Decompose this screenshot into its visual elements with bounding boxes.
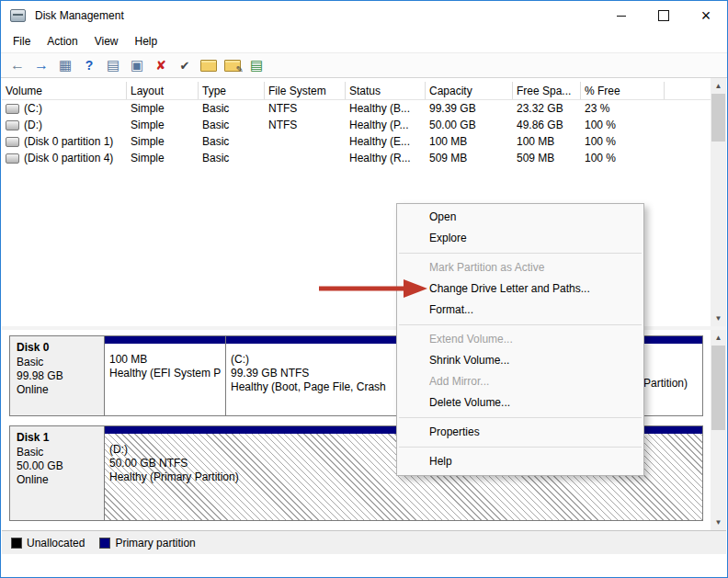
column-header-file-system[interactable]: File System <box>265 82 346 99</box>
type-value: Basic <box>202 119 229 131</box>
legend-label: Unallocated <box>27 537 85 550</box>
context-menu: OpenExploreMark Partition as ActiveChang… <box>396 203 644 476</box>
disk-info: Basic99.98 GBOnline <box>17 356 97 397</box>
menu-item-change-drive-letter-and-paths[interactable]: Change Drive Letter and Paths... <box>397 278 643 300</box>
partition[interactable]: 100 MBHealthy (EFI System P <box>104 335 226 416</box>
scroll-down-icon[interactable] <box>711 515 726 530</box>
disk-info-line: Online <box>17 383 97 397</box>
disk-info-line: 99.98 GB <box>17 369 97 383</box>
menu-help[interactable]: Help <box>127 32 166 51</box>
menu-item-properties[interactable]: Properties <box>397 422 643 443</box>
free-space-value: 23.32 GB <box>517 102 563 115</box>
percent-free-value: 23 % <box>585 102 609 115</box>
disk-info: Basic50.00 GBOnline <box>17 446 97 487</box>
menu-action[interactable]: Action <box>39 32 85 51</box>
disk-info-line: Basic <box>17 446 97 459</box>
percent-free-value: 100 % <box>585 152 616 164</box>
scroll-down-icon[interactable] <box>711 311 726 326</box>
maximize-button[interactable] <box>643 1 685 30</box>
volume-name: (C:) <box>24 102 42 115</box>
volume-list-scrollbar[interactable] <box>711 78 726 326</box>
minimize-button[interactable] <box>600 1 643 30</box>
menu-separator <box>399 253 642 254</box>
menu-file[interactable]: File <box>5 32 39 51</box>
free-space-value: 509 MB <box>517 152 554 164</box>
column-header-layout[interactable]: Layout <box>127 82 199 99</box>
delete-icon[interactable] <box>150 55 172 75</box>
disk-name: Disk 0 <box>17 341 97 354</box>
open-folder-icon[interactable] <box>198 55 220 75</box>
menubar: FileActionViewHelp <box>1 30 727 52</box>
disk-header[interactable]: Disk 0 Basic99.98 GBOnline <box>9 335 105 416</box>
menu-separator <box>399 447 642 448</box>
menu-item-explore[interactable]: Explore <box>397 228 643 249</box>
volume-icon <box>6 137 19 147</box>
legend-item: Unallocated <box>11 537 85 550</box>
back-icon[interactable] <box>6 55 28 75</box>
scrollbar-thumb[interactable] <box>711 94 725 142</box>
menu-item-add-mirror: Add Mirror... <box>397 371 643 392</box>
task-list-icon[interactable] <box>245 55 267 75</box>
legend-item: Primary partition <box>99 537 195 550</box>
partition-label-line: Partition) <box>643 377 688 391</box>
disk-info-line: Online <box>17 473 97 487</box>
partition-label-line: 100 MB <box>109 353 221 367</box>
volume-name: (Disk 0 partition 1) <box>24 135 113 148</box>
layout-value: Simple <box>131 135 165 148</box>
scrollbar-thumb[interactable] <box>711 346 725 430</box>
close-button[interactable] <box>685 1 727 30</box>
action-pane-icon[interactable] <box>126 55 148 75</box>
table-row[interactable]: (Disk 0 partition 1) Simple Basic Health… <box>2 133 711 150</box>
window-title: Disk Management <box>35 9 124 22</box>
table-header: VolumeLayoutTypeFile SystemStatusCapacit… <box>2 82 711 100</box>
partition-label-line: Healthy (EFI System P <box>109 367 221 380</box>
annotation-arrow-icon <box>312 273 431 304</box>
type-value: Basic <box>202 152 229 164</box>
column-header-free-spa[interactable]: Free Spa... <box>513 82 581 99</box>
disk-info-line: 50.00 GB <box>17 459 97 473</box>
column-header-filler <box>665 82 711 99</box>
volume-icon <box>6 153 19 164</box>
scroll-up-icon[interactable] <box>711 330 726 346</box>
column-header-volume[interactable]: Volume <box>2 82 127 99</box>
graphical-view-scrollbar[interactable] <box>711 330 726 530</box>
menu-item-shrink-volume[interactable]: Shrink Volume... <box>397 350 643 371</box>
layout-value: Simple <box>131 119 165 131</box>
toolbar <box>1 52 727 78</box>
console-tree-icon[interactable] <box>54 55 76 75</box>
menu-item-format[interactable]: Format... <box>397 300 643 321</box>
status-value: Healthy (P... <box>349 119 408 131</box>
status-value: Healthy (R... <box>349 152 411 164</box>
menu-view[interactable]: View <box>86 32 127 51</box>
edit-folder-icon[interactable] <box>222 55 244 75</box>
volume-name: (Disk 0 partition 4) <box>24 152 113 164</box>
column-header-status[interactable]: Status <box>346 82 426 99</box>
help-icon[interactable] <box>78 55 100 75</box>
capacity-value: 50.00 GB <box>429 119 476 131</box>
legend-label: Primary partition <box>115 537 195 550</box>
forward-icon[interactable] <box>30 55 52 75</box>
menu-item-open[interactable]: Open <box>397 207 643 228</box>
capacity-value: 100 MB <box>429 135 467 148</box>
capacity-value: 99.39 GB <box>429 102 476 115</box>
percent-free-value: 100 % <box>585 119 616 131</box>
mark-active-icon[interactable] <box>174 55 196 75</box>
menu-item-help[interactable]: Help <box>397 451 643 472</box>
menu-item-delete-volume[interactable]: Delete Volume... <box>397 392 643 414</box>
menu-item-extend-volume: Extend Volume... <box>397 329 643 350</box>
column-header-free[interactable]: % Free <box>581 82 665 99</box>
menu-separator <box>399 417 642 418</box>
partition-color-stripe <box>105 336 225 344</box>
disk-name: Disk 1 <box>17 431 97 444</box>
column-header-capacity[interactable]: Capacity <box>426 82 513 99</box>
export-list-icon[interactable] <box>102 55 124 75</box>
table-row[interactable]: (C:) Simple Basic NTFS Healthy (B... 99.… <box>2 100 711 117</box>
disk-header[interactable]: Disk 1 Basic50.00 GBOnline <box>9 425 105 521</box>
scroll-up-icon[interactable] <box>711 78 726 94</box>
percent-free-value: 100 % <box>585 135 616 148</box>
layout-value: Simple <box>131 152 165 164</box>
table-row[interactable]: (Disk 0 partition 4) Simple Basic Health… <box>2 150 711 166</box>
column-header-type[interactable]: Type <box>199 82 265 99</box>
table-row[interactable]: (D:) Simple Basic NTFS Healthy (P... 50.… <box>2 117 711 133</box>
file-system-value: NTFS <box>268 119 297 131</box>
